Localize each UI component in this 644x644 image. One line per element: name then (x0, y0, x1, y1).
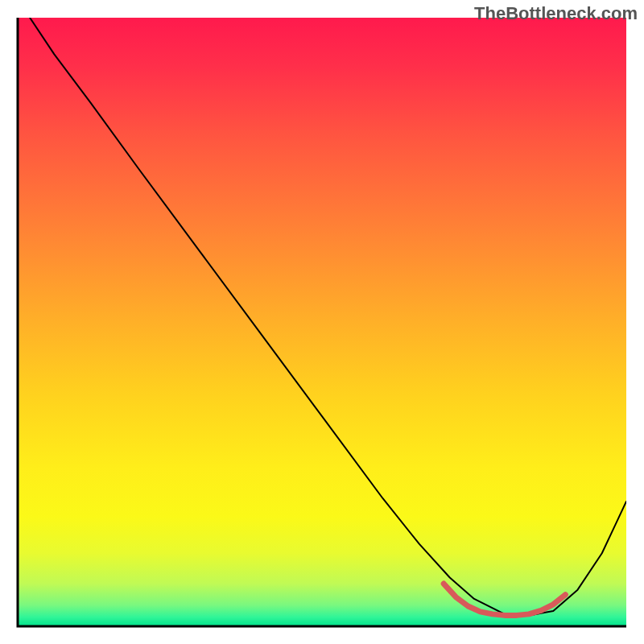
bottleneck-chart (0, 0, 644, 644)
watermark-label: TheBottleneck.com (474, 3, 638, 24)
chart-container: TheBottleneck.com (0, 0, 644, 644)
heat-gradient-background (18, 18, 626, 626)
